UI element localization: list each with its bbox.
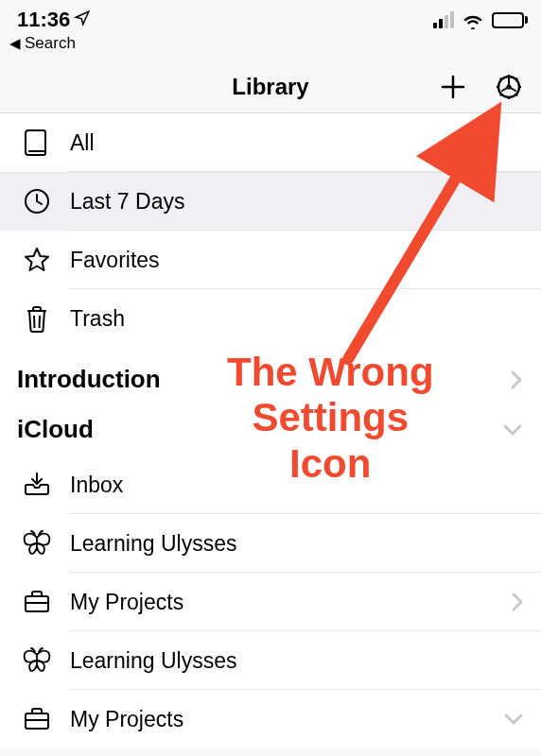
section-title: iCloud xyxy=(17,415,94,444)
svg-line-13 xyxy=(500,94,502,95)
chevron-down-icon xyxy=(501,422,524,438)
chevron-right-icon xyxy=(511,592,524,612)
filter-label: Last 7 Days xyxy=(53,189,524,215)
icloud-item-learning-ulysses[interactable]: Learning Ulysses xyxy=(0,514,541,573)
butterfly-icon xyxy=(21,530,53,557)
settings-button[interactable] xyxy=(494,72,524,102)
add-button[interactable] xyxy=(439,73,467,101)
icloud-item-my-projects[interactable]: My Projects xyxy=(0,573,541,631)
status-bar: 11:36 xyxy=(0,0,541,34)
list-item-label: Inbox xyxy=(53,472,524,498)
inbox-icon xyxy=(21,472,53,498)
chevron-right-icon xyxy=(509,369,524,391)
battery-icon xyxy=(492,12,528,28)
icloud-item-learning-ulysses-2[interactable]: Learning Ulysses xyxy=(0,631,541,690)
icloud-item-inbox[interactable]: Inbox xyxy=(0,455,541,514)
back-to-search[interactable]: ◀ Search xyxy=(0,34,541,60)
section-introduction[interactable]: Introduction xyxy=(0,348,541,405)
butterfly-icon xyxy=(21,647,53,674)
briefcase-icon xyxy=(21,589,53,615)
filter-favorites[interactable]: Favorites xyxy=(0,231,541,289)
trash-icon xyxy=(21,303,53,334)
svg-line-11 xyxy=(500,77,502,79)
book-icon xyxy=(21,127,53,159)
filter-label: Favorites xyxy=(53,248,524,273)
filter-all[interactable]: All xyxy=(0,113,541,172)
list-item-label: Learning Ulysses xyxy=(53,531,524,557)
clock-icon xyxy=(21,187,53,215)
filter-label: Trash xyxy=(53,306,524,332)
svg-line-16 xyxy=(34,316,35,328)
filter-label: All xyxy=(53,130,524,156)
section-icloud[interactable]: iCloud xyxy=(0,405,541,455)
svg-line-12 xyxy=(515,94,517,95)
list-item-label: Learning Ulysses xyxy=(53,648,524,674)
svg-line-17 xyxy=(40,316,41,328)
chevron-down-icon xyxy=(503,713,524,726)
filter-last-7-days[interactable]: Last 7 Days xyxy=(0,172,541,231)
filter-trash[interactable]: Trash xyxy=(0,289,541,348)
back-label: Search xyxy=(25,34,76,53)
star-icon xyxy=(21,246,53,274)
back-triangle-icon: ◀ xyxy=(9,35,21,52)
cellular-icon xyxy=(433,11,454,28)
filter-list: All Last 7 Days Favorites xyxy=(0,113,541,348)
list-item-label: My Projects xyxy=(53,707,503,732)
icloud-item-my-projects-2[interactable]: My Projects xyxy=(0,690,541,748)
navbar: Library xyxy=(0,60,541,113)
svg-line-14 xyxy=(515,77,517,79)
icloud-list: Inbox Learning Ulysses My Proj xyxy=(0,455,541,748)
list-item-label: My Projects xyxy=(53,590,511,615)
section-title: Introduction xyxy=(17,365,161,394)
briefcase-icon xyxy=(21,706,53,732)
location-icon xyxy=(74,8,91,32)
status-time: 11:36 xyxy=(17,8,70,32)
wifi-icon xyxy=(462,10,484,29)
